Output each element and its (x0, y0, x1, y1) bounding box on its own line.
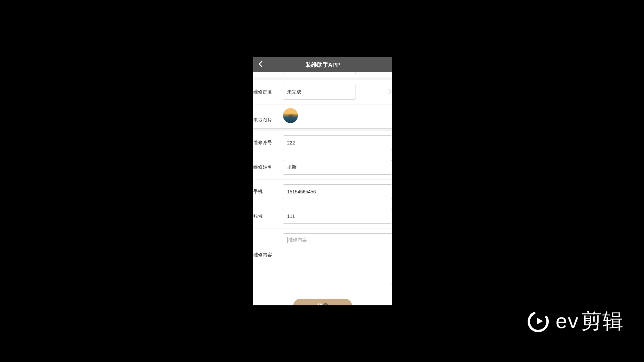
row-repair-content: 维修内容 维修内容 (253, 229, 392, 289)
row-repair-progress[interactable]: 维修进度 未完成 (253, 80, 392, 104)
watermark: ev 剪辑 (528, 307, 624, 335)
input-repair-name[interactable]: 里斯 (283, 160, 392, 175)
app-header: 装维助手APP (253, 57, 392, 72)
submit-button[interactable]: 提交 (293, 299, 352, 305)
input-repair-account[interactable]: 222 (283, 135, 392, 150)
row-phone: 手机 15154565456 (253, 180, 392, 204)
label-phone: 手机 (253, 189, 283, 195)
row-device-image: 电器图片 (253, 105, 392, 129)
page-title: 装维助手APP (306, 61, 340, 69)
watermark-brand-cn: 剪辑 (581, 307, 624, 335)
submit-button-label: 提交 (317, 303, 328, 306)
chevron-right-icon (388, 89, 391, 96)
play-icon (528, 310, 549, 332)
textarea-repair-content[interactable]: 维修内容 (283, 233, 392, 284)
back-button[interactable] (257, 61, 264, 68)
watermark-brand-en: ev (556, 309, 579, 333)
row-repair-name: 维修姓名 里斯 (253, 155, 392, 179)
text-cursor (287, 237, 287, 243)
watermark-text: ev 剪辑 (556, 307, 624, 335)
form-content: 维修进度 未完成 电器图片 维修账号 222 维修姓名 里斯 手机 151545… (253, 72, 392, 305)
input-phone[interactable]: 15154565456 (283, 184, 392, 199)
input-account[interactable]: 111 (283, 209, 392, 224)
label-repair-progress: 维修进度 (253, 89, 283, 95)
label-repair-content: 维修内容 (253, 252, 283, 258)
submit-container: 提交 (253, 289, 392, 305)
label-account: 账号 (253, 213, 283, 219)
chevron-left-icon (258, 61, 263, 68)
label-repair-name: 维修姓名 (253, 164, 283, 170)
row-account: 账号 111 (253, 204, 392, 228)
row-repair-account: 维修账号 222 (253, 131, 392, 155)
textarea-placeholder: 维修内容 (288, 237, 307, 242)
app-window: 装维助手APP 维修进度 未完成 电器图片 维修账号 222 维修姓名 里斯 手… (253, 57, 392, 305)
input-repair-progress[interactable]: 未完成 (283, 85, 356, 100)
device-thumbnail[interactable] (283, 108, 298, 123)
label-device-image: 电器图片 (253, 117, 283, 123)
partial-previous-field (253, 72, 392, 77)
label-repair-account: 维修账号 (253, 140, 283, 146)
